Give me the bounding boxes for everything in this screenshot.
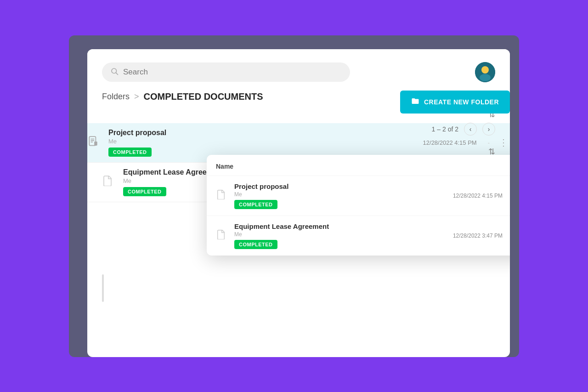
dropdown-status-badge: COMPLETED	[234, 200, 277, 209]
dropdown-doc-icon	[216, 189, 228, 202]
dropdown-date: 12/28/2022 3:47 PM	[453, 233, 503, 239]
doc-owner: Me	[108, 138, 405, 145]
breadcrumb-separator: >	[134, 92, 139, 102]
create-folder-label: CREATE NEW FOLDER	[424, 98, 499, 106]
outer-frame: Folders > COMPLETED DOCUMENTS ⇅	[69, 35, 519, 357]
dropdown-status-badge: COMPLETED	[234, 240, 277, 249]
breadcrumb-current: COMPLETED DOCUMENTS	[144, 91, 263, 102]
dropdown-date: 12/28/2022 4:15 PM	[453, 193, 503, 199]
pagination: 1 – 2 of 2 ‹ ›	[432, 123, 510, 136]
pagination-next[interactable]: ›	[482, 123, 495, 136]
right-panel: CREATE NEW FOLDER 1 – 2 of 2 ‹ › ⇅	[372, 91, 510, 157]
doc-icon	[102, 175, 116, 189]
search-input[interactable]	[123, 68, 342, 77]
search-bar[interactable]	[102, 62, 350, 82]
dropdown-row: Project proposal Me COMPLETED 12/28/2022…	[207, 176, 510, 216]
doc-info: Project proposal Me COMPLETED	[108, 129, 405, 157]
doc-name: Project proposal	[108, 129, 405, 137]
main-panel: Folders > COMPLETED DOCUMENTS ⇅	[87, 49, 510, 357]
dropdown-header: Name ⇅	[207, 155, 510, 176]
dropdown-doc-owner: Me	[234, 231, 447, 238]
dropdown-doc-owner: Me	[234, 191, 447, 198]
avatar	[475, 62, 495, 82]
scrollbar[interactable]	[102, 274, 104, 302]
dropdown-row: Equipment Lease Agreement Me COMPLETED 1…	[207, 216, 510, 256]
status-badge: COMPLETED	[108, 148, 152, 157]
svg-line-1	[116, 73, 118, 74]
svg-point-3	[481, 66, 489, 74]
status-badge: COMPLETED	[123, 187, 166, 196]
dropdown-doc-info: Project proposal Me COMPLETED	[234, 182, 447, 209]
svg-point-4	[480, 74, 491, 81]
folder-icon	[411, 97, 419, 107]
dropdown-column-name: Name	[216, 163, 233, 170]
dropdown-doc-name: Equipment Lease Agreement	[234, 222, 447, 230]
dropdown-doc-info: Equipment Lease Agreement Me COMPLETED	[234, 222, 447, 249]
dropdown-doc-name: Project proposal	[234, 182, 447, 190]
create-new-folder-button[interactable]: CREATE NEW FOLDER	[400, 91, 510, 114]
pagination-prev[interactable]: ‹	[464, 123, 477, 136]
dropdown-doc-icon	[216, 229, 228, 242]
search-icon	[110, 67, 119, 77]
pagination-info: 1 – 2 of 2	[432, 125, 458, 133]
breadcrumb-root[interactable]: Folders	[102, 92, 130, 102]
header	[87, 49, 510, 90]
doc-list-icon	[87, 136, 101, 150]
dropdown-card: Name ⇅ Project proposal Me COMPLETED 12/…	[207, 155, 510, 256]
svg-rect-9	[94, 142, 97, 146]
